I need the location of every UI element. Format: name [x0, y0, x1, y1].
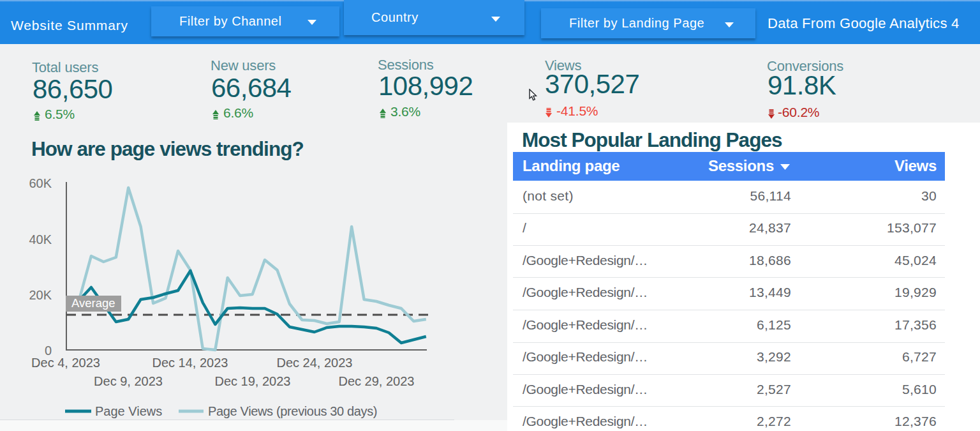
svg-text:Dec 19, 2023: Dec 19, 2023 [215, 374, 291, 388]
svg-text:Dec 24, 2023: Dec 24, 2023 [277, 356, 353, 370]
svg-text:Average: Average [71, 296, 115, 310]
svg-text:Dec 14, 2023: Dec 14, 2023 [152, 356, 228, 370]
svg-text:Dec 4, 2023: Dec 4, 2023 [31, 356, 100, 370]
svg-text:Dec 29, 2023: Dec 29, 2023 [339, 374, 415, 388]
svg-text:40K: 40K [29, 232, 52, 246]
svg-text:Dec 9, 2023: Dec 9, 2023 [94, 374, 163, 388]
svg-text:60K: 60K [29, 176, 52, 190]
svg-text:Page Views: Page Views [95, 404, 162, 418]
svg-text:20K: 20K [29, 288, 52, 302]
svg-text:Page Views (previous 30 days): Page Views (previous 30 days) [208, 404, 377, 418]
